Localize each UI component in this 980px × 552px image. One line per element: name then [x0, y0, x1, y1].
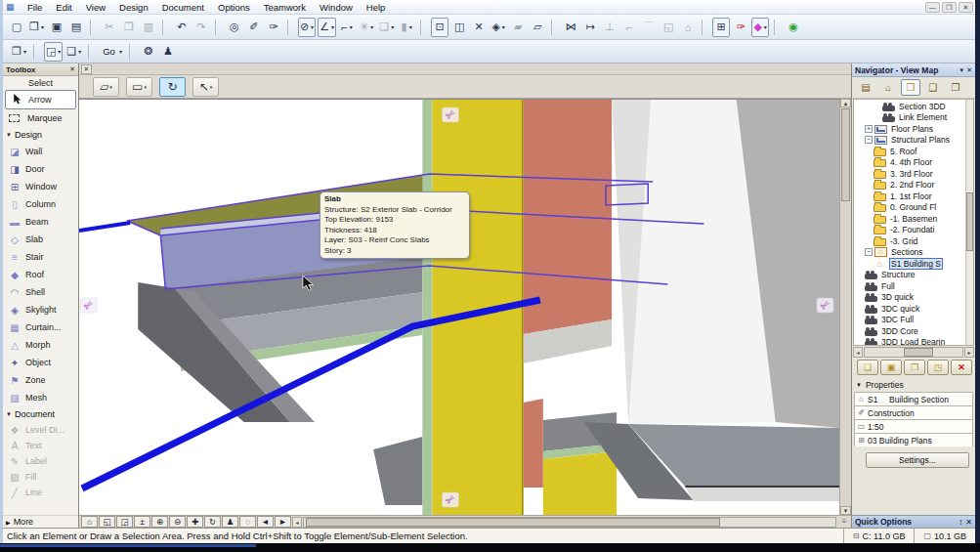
- view-mode-icon[interactable]: ◲▾: [44, 42, 63, 62]
- tree-item[interactable]: 3. 3rd Floor: [854, 168, 973, 180]
- go-button[interactable]: Go▾: [99, 42, 124, 62]
- open-file-icon[interactable]: ❒▾: [27, 18, 46, 37]
- renovation-filter-icon[interactable]: ⊡: [431, 18, 448, 37]
- tree-h-scroll-track[interactable]: [864, 347, 963, 358]
- marker-stamp-icon[interactable]: ✑: [732, 18, 749, 37]
- minimize-button[interactable]: —: [925, 2, 940, 13]
- properties-header[interactable]: ▼ Properties: [852, 377, 975, 392]
- tree-item[interactable]: 2. 2nd Floor: [854, 180, 973, 191]
- marquee-drag-icon[interactable]: ▱▾: [93, 77, 119, 97]
- new-folder-button[interactable]: ❒: [904, 360, 925, 375]
- menu-teamwork[interactable]: Teamwork: [257, 2, 313, 13]
- scroll-left-icon[interactable]: ◂: [292, 517, 302, 528]
- column-green-strip[interactable]: [422, 100, 432, 515]
- tool-wall[interactable]: ◪Wall: [3, 143, 78, 160]
- quick-options-close-icon[interactable]: ✕: [965, 518, 972, 527]
- look-to-icon[interactable]: ◌: [239, 516, 256, 528]
- tool-stair[interactable]: ≡Stair: [3, 248, 78, 266]
- arrow-cursor-icon[interactable]: ↖▾: [192, 77, 219, 97]
- fit-selection-icon[interactable]: ◲: [116, 516, 133, 528]
- inject-parameters-icon[interactable]: ✑: [265, 18, 282, 37]
- save-current-view-button[interactable]: ▣: [880, 360, 902, 375]
- vertical-scroll-thumb[interactable]: [841, 108, 850, 201]
- tool-object[interactable]: ✦Object: [3, 354, 78, 371]
- find-select-icon[interactable]: ◎: [226, 18, 243, 37]
- property-row-layer[interactable]: ⊞ 03 Building Plans: [854, 433, 973, 446]
- new-document-icon[interactable]: ▢: [8, 18, 25, 37]
- walk-mode-icon[interactable]: ♟: [159, 42, 177, 62]
- fit-in-window-icon[interactable]: ⌂: [81, 516, 98, 528]
- project-chooser-icon[interactable]: ❐▾: [10, 42, 28, 62]
- restore-button[interactable]: ❐: [942, 2, 957, 13]
- rect-select-icon[interactable]: ▭▾: [126, 77, 152, 97]
- tree-item[interactable]: Link Element: [854, 112, 973, 124]
- tree-item[interactable]: 1. 1st Floor: [854, 191, 973, 202]
- scroll-down-icon[interactable]: ▼: [840, 506, 851, 515]
- navigator-popup-icon[interactable]: ▤: [856, 79, 875, 96]
- menu-edit[interactable]: Edit: [49, 2, 78, 13]
- toolbox-document-section[interactable]: ▼ Document: [3, 406, 78, 422]
- orbit-icon[interactable]: ↻: [204, 516, 221, 528]
- next-view-icon[interactable]: ►: [275, 516, 291, 528]
- 3d-viewport[interactable]: ✄ ✄ ✄ ✄: [79, 99, 839, 515]
- toolbox-more[interactable]: ▶ More: [3, 515, 78, 528]
- pan-icon[interactable]: ✚: [187, 516, 203, 528]
- tree-item[interactable]: −⌂Sections: [854, 247, 973, 259]
- explore-icon[interactable]: ♟: [222, 516, 238, 528]
- publisher-icon[interactable]: ❐: [946, 79, 965, 96]
- menu-options[interactable]: Options: [211, 2, 257, 13]
- pick-up-place-icon[interactable]: ⊞: [712, 18, 730, 37]
- tool-skylight[interactable]: ◈Skylight: [3, 301, 78, 318]
- section-marker-left[interactable]: ✄: [80, 297, 97, 313]
- adjust-icon[interactable]: ↦: [581, 18, 599, 37]
- scroll-up-icon[interactable]: ▲: [840, 99, 851, 107]
- tree-item[interactable]: Structure: [854, 270, 973, 281]
- tool-zone[interactable]: ⚑Zone: [3, 371, 78, 389]
- suspend-groups-icon[interactable]: ⊘▾: [298, 18, 316, 37]
- section-marker-bottom[interactable]: ✄: [442, 491, 458, 507]
- zoom-out-icon[interactable]: ⊖: [169, 516, 186, 528]
- settings-button[interactable]: Settings...: [866, 452, 969, 468]
- tree-item[interactable]: -1. Basemen: [854, 213, 973, 225]
- floor-slab-front[interactable]: [685, 487, 839, 501]
- zoom-box-icon[interactable]: ◱: [99, 516, 115, 528]
- menu-help[interactable]: Help: [360, 2, 393, 13]
- tree-item[interactable]: Section 3DD: [854, 101, 973, 112]
- undo-icon[interactable]: ↶: [173, 18, 191, 37]
- menu-window[interactable]: Window: [313, 2, 360, 13]
- view-map-icon[interactable]: ❒: [901, 79, 920, 96]
- new-viewpoint-button[interactable]: ❏: [857, 360, 878, 375]
- tree-item[interactable]: 3DD Load Bearin: [854, 337, 973, 347]
- close-button[interactable]: ✕: [959, 2, 973, 13]
- wall-tool-icon[interactable]: ▱: [529, 18, 546, 37]
- tool-marquee[interactable]: Marquee: [3, 109, 78, 127]
- tool-column[interactable]: ▯Column: [3, 195, 78, 213]
- tool-roof[interactable]: ◆Roof: [3, 266, 78, 283]
- clone-folder-button[interactable]: ◳: [927, 360, 949, 375]
- tool-window[interactable]: ⊞Window: [3, 178, 78, 195]
- pick-up-parameters-icon[interactable]: ✐: [245, 18, 263, 37]
- tree-item[interactable]: 3DC quick: [854, 303, 973, 315]
- gravity-icon[interactable]: ∠▾: [318, 18, 336, 37]
- tool-slab[interactable]: ◇Slab: [3, 231, 78, 248]
- canvas-close-icon[interactable]: ✕: [81, 64, 92, 74]
- zoom-level-icon[interactable]: ±: [134, 516, 150, 528]
- horizontal-scroll-thumb[interactable]: [306, 518, 720, 527]
- zoom-in-icon[interactable]: ⊕: [151, 516, 168, 528]
- tree-item[interactable]: +Floor Plans: [854, 123, 973, 135]
- tree-item[interactable]: −Structural Plans: [854, 135, 973, 147]
- new-window-icon[interactable]: ❑▾: [64, 42, 83, 62]
- tree-expander-icon[interactable]: −: [865, 248, 873, 256]
- navigator-collapse-icon[interactable]: ▾: [960, 66, 964, 74]
- navigate-globe-icon[interactable]: ❂: [140, 42, 157, 62]
- section-marker-right[interactable]: ✄: [817, 297, 833, 313]
- lower-yellow-band[interactable]: [543, 451, 617, 515]
- tree-scroll-thumb[interactable]: [966, 192, 973, 251]
- property-row-scale[interactable]: ▭ 1:50: [854, 419, 973, 433]
- tree-item[interactable]: ⌂S1 Building S: [854, 258, 973, 270]
- red-wall-sliver[interactable]: [524, 399, 543, 488]
- tree-item[interactable]: -3. Grid: [854, 235, 973, 247]
- save-icon[interactable]: ▣: [48, 18, 65, 37]
- trim-icon[interactable]: ⋈: [562, 18, 579, 37]
- horizontal-scrollbar[interactable]: [303, 517, 836, 528]
